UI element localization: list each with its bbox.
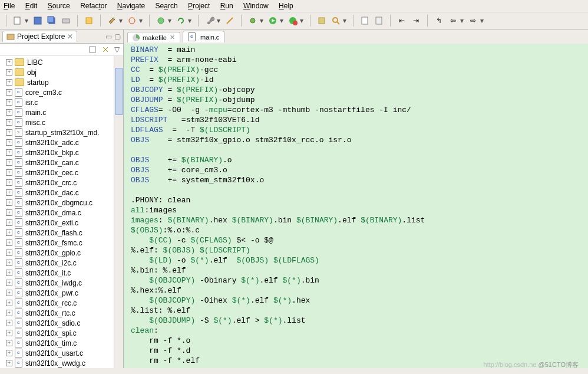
tree-item[interactable]: +stm32f10x_fsmc.c [0,238,123,248]
expand-icon[interactable]: + [6,129,12,136]
menu-run[interactable]: Run [220,2,233,10]
target-icon[interactable] [127,15,137,26]
checkout-icon[interactable] [156,15,166,26]
expand-icon[interactable]: + [6,179,12,186]
expand-icon[interactable]: + [6,139,12,146]
expand-icon[interactable]: + [6,189,12,196]
expand-icon[interactable]: + [6,89,12,96]
expand-icon[interactable]: + [6,209,12,216]
outline-icon[interactable] [374,15,384,26]
tree-item[interactable]: +stm32f10x_iwdg.c [0,278,123,288]
print-icon[interactable] [61,15,71,26]
maximize-icon[interactable]: ▢ [114,32,121,41]
open-type-icon[interactable] [316,15,327,26]
scrollbar-vertical[interactable] [114,56,123,368]
menu-source[interactable]: Source [48,2,70,10]
expand-icon[interactable]: + [6,310,12,316]
search-dropdown-icon[interactable]: ▾ [342,15,347,26]
forward-icon[interactable]: ⇨ [468,15,478,26]
wrench-dropdown-icon[interactable]: ▾ [216,15,221,26]
expand-icon[interactable]: + [6,109,12,116]
nav-prev-icon[interactable]: ⇤ [397,15,407,26]
tree-item[interactable]: +stm32f10x_rcc.c [0,298,123,308]
project-explorer-tab[interactable]: Project Explore ✕ [2,31,77,42]
expand-icon[interactable]: + [6,99,12,106]
minimize-icon[interactable]: ▭ [105,32,112,41]
expand-icon[interactable]: + [6,300,12,306]
menu-refactor[interactable]: Refactor [80,2,107,10]
expand-icon[interactable]: + [6,260,12,266]
expand-icon[interactable]: + [6,229,12,236]
new-icon[interactable] [12,15,23,26]
tree-item[interactable]: +LIBC [0,57,123,67]
code-editor[interactable]: BINARY = main PREFIX = arm-none-eabi CC … [124,44,588,368]
tree-item[interactable]: +stm32f10x_usart.c [0,348,123,358]
expand-icon[interactable]: + [6,159,12,166]
tree-item[interactable]: +stm32f10x_cec.c [0,168,123,178]
refresh-icon[interactable] [176,15,186,26]
tree-item[interactable]: +stm32f10x_it.c [0,268,123,278]
expand-icon[interactable]: + [6,290,12,296]
prev-ann-icon[interactable]: ↰ [434,15,444,26]
expand-icon[interactable]: + [6,270,12,276]
checkout-dropdown-icon[interactable]: ▾ [167,15,172,26]
collapse-all-icon[interactable] [88,45,97,54]
view-menu-icon[interactable]: ▽ [114,45,120,54]
tree-item[interactable]: +stm32f10x_adc.c [0,137,123,147]
expand-icon[interactable]: + [6,69,12,76]
scrollbar-thumb[interactable] [115,68,123,115]
tree-item[interactable]: +stm32f10x_i2c.c [0,258,123,268]
run-dropdown-icon[interactable]: ▾ [279,15,284,26]
search-icon[interactable] [331,15,341,26]
menu-navigate[interactable]: Navigate [117,2,145,10]
project-tree[interactable]: +LIBC+obj+startup+core_cm3.c+isr.c+main.… [0,56,123,368]
expand-icon[interactable]: + [6,219,12,226]
debug-dropdown-icon[interactable]: ▾ [259,15,264,26]
tree-item[interactable]: +stm32f10x_exti.c [0,218,123,228]
wand-icon[interactable] [224,15,235,26]
tree-item[interactable]: +core_cm3.c [0,87,123,97]
save-icon[interactable] [32,15,43,26]
link-editor-icon[interactable] [101,45,110,54]
expand-icon[interactable]: + [6,280,12,286]
back-dropdown-icon[interactable]: ▾ [460,15,464,26]
refresh-dropdown-icon[interactable]: ▾ [187,15,192,26]
expand-icon[interactable]: + [6,240,12,246]
tree-item[interactable]: +stm32f10x_tim.c [0,338,123,348]
task-icon[interactable] [359,15,370,26]
expand-icon[interactable]: + [6,340,12,346]
back-icon[interactable]: ⇦ [448,15,458,26]
debug-icon[interactable] [247,15,258,26]
expand-icon[interactable]: + [6,59,12,65]
hammer-icon[interactable] [107,15,117,26]
menu-window[interactable]: Window [243,2,269,10]
menu-file[interactable]: FFileile [4,2,15,10]
tree-item[interactable]: +misc.c [0,117,123,127]
run-icon[interactable] [267,15,278,26]
tree-item[interactable]: +stm32f10x_pwr.c [0,288,123,298]
expand-icon[interactable]: + [6,79,12,86]
expand-icon[interactable]: + [6,360,12,366]
tree-item[interactable]: +isr.c [0,97,123,107]
tree-item[interactable]: +stm32f10x_bkp.c [0,147,123,158]
tab-main-c[interactable]: main.c [183,31,224,42]
menu-search[interactable]: Search [156,2,178,10]
expand-icon[interactable]: + [6,149,12,156]
tree-item[interactable]: +stm32f10x_crc.c [0,178,123,188]
expand-icon[interactable]: + [6,320,12,326]
menu-edit[interactable]: Edit [25,2,38,10]
tree-item[interactable]: +stm32f10x_dac.c [0,188,123,198]
hammer-dropdown-icon[interactable]: ▾ [118,15,123,26]
tree-item[interactable]: +stm32f10x_sdio.c [0,318,123,328]
tree-item[interactable]: +stm32f10x_spi.c [0,328,123,338]
run-last-icon[interactable] [288,15,298,26]
close-icon[interactable]: ✕ [67,32,73,41]
tab-makefile[interactable]: makefile ✕ [127,32,180,42]
expand-icon[interactable]: + [6,330,12,336]
forward-dropdown-icon[interactable]: ▾ [480,15,484,26]
target-dropdown-icon[interactable]: ▾ [138,15,143,26]
tree-item[interactable]: +stm32f10x_flash.c [0,228,123,238]
tree-item[interactable]: +stm32f10x_dbgmcu.c [0,198,123,208]
menu-help[interactable]: Help [279,2,293,10]
new-dropdown-icon[interactable]: ▾ [24,15,29,26]
